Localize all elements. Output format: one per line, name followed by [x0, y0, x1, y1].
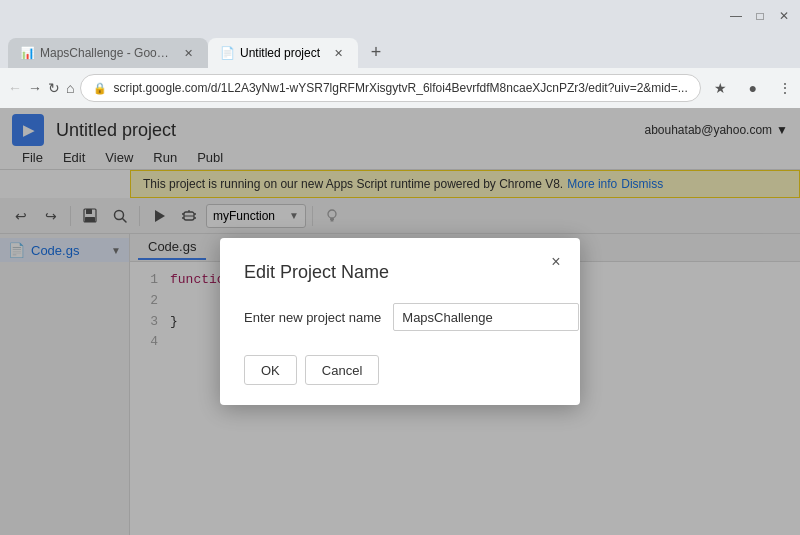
bookmark-button[interactable]: ★	[707, 74, 735, 102]
minimize-button[interactable]: —	[728, 8, 744, 24]
edit-project-name-dialog: × Edit Project Name Enter new project na…	[220, 238, 580, 405]
cancel-button[interactable]: Cancel	[305, 355, 379, 385]
tab-favicon-2: 📄	[220, 46, 234, 60]
profile-button[interactable]: ●	[739, 74, 767, 102]
tab-favicon-1: 📊	[20, 46, 34, 60]
maximize-button[interactable]: □	[752, 8, 768, 24]
dialog-close-button[interactable]: ×	[544, 250, 568, 274]
dialog-overlay: × Edit Project Name Enter new project na…	[0, 108, 800, 535]
back-button[interactable]: ←	[8, 74, 22, 102]
refresh-button[interactable]: ↻	[48, 74, 60, 102]
tab-close-2[interactable]: ✕	[330, 45, 346, 61]
title-bar: — □ ✕	[0, 0, 800, 32]
address-actions: ★ ● ⋮	[707, 74, 799, 102]
browser-chrome: — □ ✕ 📊 MapsChallenge - Google Sheets ✕ …	[0, 0, 800, 108]
close-button[interactable]: ✕	[776, 8, 792, 24]
lock-icon: 🔒	[93, 82, 107, 95]
tab-close-1[interactable]: ✕	[180, 45, 196, 61]
dialog-field: Enter new project name	[244, 303, 556, 331]
dialog-actions: OK Cancel	[244, 355, 556, 385]
project-name-input[interactable]	[393, 303, 579, 331]
tab-maps-challenge[interactable]: 📊 MapsChallenge - Google Sheets ✕	[8, 38, 208, 68]
ok-button[interactable]: OK	[244, 355, 297, 385]
new-tab-button[interactable]: +	[362, 38, 390, 66]
tab-label-1: MapsChallenge - Google Sheets	[40, 46, 170, 60]
home-button[interactable]: ⌂	[66, 74, 74, 102]
dialog-label: Enter new project name	[244, 310, 381, 325]
window-controls: — □ ✕	[728, 8, 792, 24]
tabs-bar: 📊 MapsChallenge - Google Sheets ✕ 📄 Unti…	[0, 32, 800, 68]
menu-button[interactable]: ⋮	[771, 74, 799, 102]
tab-label-2: Untitled project	[240, 46, 320, 60]
forward-button[interactable]: →	[28, 74, 42, 102]
url-text: script.google.com/d/1L2A3yNw1-wYSR7lgRFM…	[113, 81, 687, 95]
tab-untitled-project[interactable]: 📄 Untitled project ✕	[208, 38, 358, 68]
dialog-title: Edit Project Name	[244, 262, 556, 283]
address-bar: ← → ↻ ⌂ 🔒 script.google.com/d/1L2A3yNw1-…	[0, 68, 800, 108]
url-bar[interactable]: 🔒 script.google.com/d/1L2A3yNw1-wYSR7lgR…	[80, 74, 700, 102]
